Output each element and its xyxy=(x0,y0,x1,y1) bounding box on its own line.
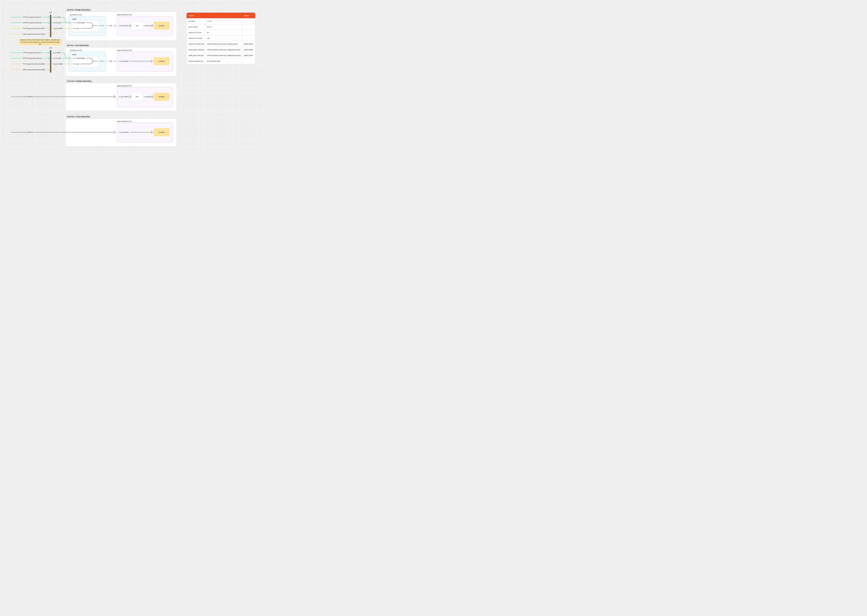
flow-https-label: HTTPS my-port.dc.rivet.run xyxy=(23,22,42,24)
host-header-label: Host header xyxy=(77,57,85,59)
legend-row-value: 443 xyxy=(205,35,242,41)
dns-bar xyxy=(50,14,51,37)
flow-https-label: HTTPS my-port.dc.rivet.run xyxy=(23,57,42,59)
traefik-label: traefik xyxy=(72,18,76,20)
host-port-label: port 30703 xyxy=(121,96,129,97)
section-title-rg-bridge: RG Port + Bridge Networking xyxy=(66,8,92,11)
port-label: port xyxy=(77,63,79,65)
legend-row-value: 24633 (randomly chosen per configured po… xyxy=(205,41,242,47)
legend-row-value: 81 (chosen by user) xyxy=(205,58,242,64)
container-label: container xyxy=(158,25,165,27)
legend-row-range xyxy=(242,35,255,41)
dns-bar xyxy=(50,50,51,73)
game-node-label: game node (5.6.7.8) xyxy=(117,85,132,87)
traefik-label: traefik xyxy=(72,53,76,55)
legend-row-range xyxy=(242,18,255,24)
container-label: container xyxy=(158,96,165,97)
legend-row-name: external HTTPS port xyxy=(187,35,205,41)
resolved-http: 1.2.3.4:80 xyxy=(53,16,60,18)
table-row: external HTTP port 80 xyxy=(187,30,255,35)
legend-header-value-cell xyxy=(205,13,242,18)
legend-row-name: rg node ip xyxy=(187,18,205,24)
host-source-label: 5.6.7.8:30703 xyxy=(23,96,33,97)
legend-row-value: 25120 (randomly chosen per configured GG… xyxy=(205,47,242,52)
section-title-host-bridge: Host Port + Bridge Networking xyxy=(66,79,93,83)
rg-node-label: rg node (1.2.3.4) xyxy=(70,14,82,16)
vlan-label: vlan xyxy=(109,60,112,62)
internal-port-label: port 81 xyxy=(146,25,151,27)
table-row: game node ip 5.6.7.8 xyxy=(187,24,255,30)
game-node-label: game node (5.6.7.8) xyxy=(117,120,132,122)
legend-row-name: internal container port xyxy=(187,58,205,64)
legend-row-range: 20000-25999 xyxy=(242,47,255,52)
legend-row-value: 5.6.7.8 xyxy=(205,24,242,30)
host-source-label: 5.6.7.8:30703 xyxy=(23,131,33,133)
legend-row-name: private game node port xyxy=(187,47,205,52)
dns-label: dns xyxy=(49,11,52,13)
resolved-https: 1.2.3.4:443 xyxy=(53,57,61,59)
legend-row-range: 26000-31999 xyxy=(242,52,255,58)
table-row: external HTTPS port 443 xyxy=(187,35,255,41)
game-node-label: game node (5.6.7.8) xyxy=(117,14,132,16)
legend-row-value: 30703 (randomly chosen per configured ho… xyxy=(205,52,242,58)
vlan-label: vlan xyxy=(109,25,112,27)
dns-label: dns xyxy=(49,47,52,49)
flow-udp-label: UDP my-port.dc.rivet.run:24633 xyxy=(23,33,45,35)
legend-row-name: external HTTP port xyxy=(187,30,205,35)
legend-row-value: 1.2.3.4 xyxy=(205,18,242,24)
flow-udp-label: UDP my-port.dc.rivet.run:24633 xyxy=(23,69,45,71)
internal-port-label: port 81 xyxy=(146,96,151,97)
legend-table-header: Legend Range xyxy=(187,13,255,18)
table-row: private game node port 25120 (randomly c… xyxy=(187,47,255,52)
legend-row-range: 20000-31999 xyxy=(242,41,255,47)
flow-tcp-label: TCP my-port.dc.rivet.run:24633 xyxy=(23,28,45,29)
section-title-host-host: Host Port + Host Networking xyxy=(66,115,91,118)
tcp-udp-note: because TCP and UDP don't have headers, … xyxy=(19,39,61,45)
rg-port-label: port 25120 xyxy=(121,60,129,62)
traefik-box xyxy=(72,56,99,67)
cni-label: CNI xyxy=(136,96,138,97)
resolved-tcp: 1.2.3.4:24633 xyxy=(53,63,63,65)
legend-row-name: external TCP/UDP port xyxy=(187,41,205,47)
legend-header-cell: Legend xyxy=(187,13,205,18)
table-row: rg node ip 1.2.3.4 xyxy=(187,18,255,24)
legend-row-range xyxy=(242,24,255,30)
port-label: port xyxy=(77,28,79,29)
table-row: external TCP/UDP port 24633 (randomly ch… xyxy=(187,41,255,47)
section-title-rg-host: RG Port + Host Networking xyxy=(66,44,90,47)
host-port-label: port 30703 xyxy=(121,131,129,133)
diagram-canvas: RG Port + Bridge Networking RG Port + Ho… xyxy=(0,0,265,154)
table-row: internal container port 81 (chosen by us… xyxy=(187,58,255,64)
flow-http-label: HTTP my-port.dc.rivet.run xyxy=(23,52,41,53)
rg-port-label: port 25120 xyxy=(121,25,129,27)
legend-row-name: game node ip xyxy=(187,24,205,30)
legend-row-name: public game node port xyxy=(187,52,205,58)
cni-label: CNI xyxy=(136,25,138,27)
legend-row-range xyxy=(242,58,255,64)
flow-tcp-label: TCP my-port.dc.rivet.run:24633 xyxy=(23,63,45,65)
host-header-label: Host header xyxy=(77,22,85,24)
traefik-box xyxy=(72,20,99,32)
game-node-label: game node (5.6.7.8) xyxy=(117,49,132,51)
legend-header-range-cell: Range xyxy=(242,13,255,18)
table-row: public game node port 30703 (randomly ch… xyxy=(187,52,255,58)
resolved-https: 1.2.3.4:443 xyxy=(53,22,61,24)
container-label: container xyxy=(158,60,165,62)
legend-row-value: 80 xyxy=(205,30,242,35)
legend-table: Legend Range rg node ip 1.2.3.4 game nod… xyxy=(186,13,255,64)
resolved-http: 1.2.3.4:80 xyxy=(53,52,60,53)
flow-http-label: HTTP my-port.dc.rivet.run xyxy=(23,16,41,18)
resolved-tcp: 1.2.3.4:24633 xyxy=(53,28,63,29)
container-label: container xyxy=(158,131,165,133)
legend-row-range xyxy=(242,30,255,35)
rg-node-label: rg node (1.2.3.4) xyxy=(70,49,82,51)
